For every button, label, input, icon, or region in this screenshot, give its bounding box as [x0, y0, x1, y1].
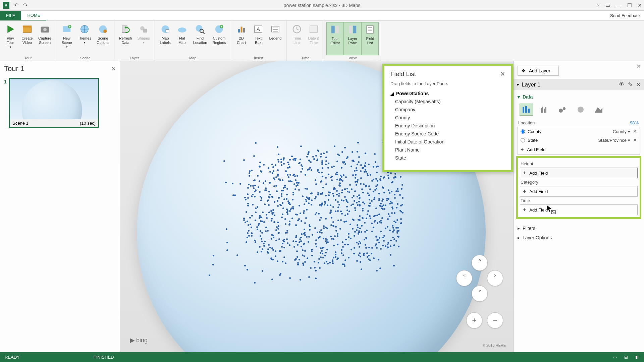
height-dropzone[interactable]: +Add Field — [520, 168, 638, 178]
close-tour-pane[interactable]: ✕ — [111, 66, 116, 72]
remove-field-icon[interactable]: ✕ — [633, 137, 637, 143]
field-list-item[interactable]: Capacity (Megawatts) — [395, 98, 505, 106]
pan-left-button[interactable]: ˂ — [456, 270, 472, 286]
status-bar: READY FINISHED ▭ ⊞ ◧ — [0, 352, 644, 362]
field-list-item[interactable]: Company — [395, 106, 505, 114]
rename-icon[interactable]: ✎ — [628, 81, 633, 88]
field-list-panel[interactable]: Field List ✕ Drag fields to the Layer Pa… — [382, 64, 513, 172]
close-window-icon[interactable]: ✕ — [638, 2, 642, 8]
restore-icon[interactable]: ❐ — [627, 2, 632, 8]
visibility-icon[interactable]: 👁 — [619, 81, 625, 88]
zoom-out-button[interactable]: − — [487, 312, 503, 328]
data-section-header[interactable]: ▾Data — [518, 92, 640, 102]
flat-map-button[interactable]: Flat Map — [174, 22, 191, 55]
zoom-in-button[interactable]: + — [466, 312, 482, 328]
svg-rect-37 — [331, 26, 335, 34]
pan-up-button[interactable]: ˄ — [472, 255, 488, 271]
film-icon — [21, 23, 33, 35]
tour-editor-button[interactable]: Tour Editor — [326, 22, 344, 55]
ribbon-options-icon[interactable]: ▭ — [605, 2, 610, 8]
pan-down-button[interactable]: ˅ — [472, 286, 488, 302]
capture-screen-button[interactable]: Capture Screen — [36, 22, 54, 55]
category-dropzone[interactable]: +Add Field — [520, 186, 638, 197]
chevron-down-icon: ◢ — [390, 91, 394, 96]
legend-icon — [270, 23, 281, 35]
ribbon-group-layer: Layer — [116, 55, 153, 60]
ribbon-group-map: Map — [157, 55, 229, 60]
pan-right-button[interactable]: ˃ — [487, 270, 503, 286]
legend-button[interactable]: Legend — [267, 22, 284, 55]
statusbar-view1-icon[interactable]: ▭ — [613, 355, 617, 360]
themes-button[interactable]: Themes▾ — [75, 22, 94, 55]
svg-rect-41 — [367, 26, 373, 34]
redo-button[interactable]: ↷ — [23, 2, 28, 8]
layer-header[interactable]: ▾ Layer 1 👁 ✎ ✕ — [514, 79, 644, 90]
minimize-icon[interactable]: — — [616, 2, 621, 8]
find-location-button[interactable]: Find Location — [191, 22, 210, 55]
field-list-item[interactable]: Plant Name — [395, 146, 505, 154]
statusbar-view3-icon[interactable]: ◧ — [635, 355, 639, 360]
viz-stacked-column-button[interactable] — [520, 104, 533, 116]
add-layer-icon: ❖ — [521, 68, 526, 73]
location-add-field[interactable]: +Add Field — [518, 144, 640, 155]
filters-section[interactable]: ▸Filters — [518, 224, 640, 233]
ribbon-tabs: FILE HOME Send Feedback — [0, 11, 644, 21]
svg-rect-26 — [243, 28, 245, 33]
add-layer-button[interactable]: ❖ Add Layer — [518, 66, 559, 76]
viz-heatmap-button[interactable] — [574, 104, 587, 116]
field-list-item[interactable]: Initial Date of Operation — [395, 138, 505, 146]
field-list-item[interactable]: Energy Description — [395, 122, 505, 130]
statusbar-view2-icon[interactable]: ⊞ — [624, 355, 628, 360]
remove-field-icon[interactable]: ✕ — [633, 129, 637, 134]
tab-home[interactable]: HOME — [21, 11, 46, 20]
chevron-down-icon: ▾ — [517, 82, 519, 87]
svg-point-53 — [563, 107, 566, 110]
svg-rect-11 — [122, 26, 127, 33]
field-list-item[interactable]: County — [395, 114, 505, 122]
svg-point-4 — [43, 28, 47, 31]
field-list-button[interactable]: Field List — [361, 22, 379, 55]
location-row-state[interactable]: State State/Province ▾ ✕ — [518, 136, 640, 144]
new-scene-button[interactable]: +New Scene▾ — [58, 22, 75, 55]
create-video-button[interactable]: Create Video — [19, 22, 36, 55]
location-match-pct[interactable]: 98% — [630, 120, 639, 125]
text-box-button[interactable]: AText Box — [250, 22, 267, 55]
custom-regions-button[interactable]: +Custom Regions — [210, 22, 228, 55]
delete-layer-icon[interactable]: ✕ — [636, 81, 641, 88]
time-dropzone[interactable]: +Add Field — [520, 204, 638, 215]
svg-point-10 — [103, 29, 107, 33]
field-list-item[interactable]: State — [395, 154, 505, 162]
field-list-item[interactable]: Energy Source Code — [395, 130, 505, 138]
drop-sections-highlight: Height +Add Field Category +Add Field Ti… — [516, 156, 641, 219]
undo-button[interactable]: ↶ — [14, 2, 18, 8]
viz-bubble-button[interactable] — [556, 104, 569, 116]
chevron-down-icon[interactable]: ▾ — [628, 138, 630, 143]
svg-point-18 — [196, 25, 203, 32]
timeline-button: Time Line — [288, 22, 305, 55]
layer-options-section[interactable]: ▸Layer Options — [518, 233, 640, 242]
refresh-data-button[interactable]: Refresh Data — [116, 22, 135, 55]
location-radio-county[interactable] — [521, 129, 525, 134]
field-list-table[interactable]: ◢PowerStations — [390, 91, 505, 96]
chevron-down-icon[interactable]: ▾ — [628, 129, 630, 134]
close-layer-pane[interactable]: ✕ — [636, 63, 641, 69]
svg-rect-40 — [353, 26, 357, 34]
field-list-title: Field List — [390, 70, 416, 78]
viz-region-button[interactable] — [592, 104, 605, 116]
tab-file[interactable]: FILE — [0, 11, 21, 20]
scene-thumbnail[interactable]: Scene 1 (10 sec) — [9, 78, 99, 128]
viz-clustered-column-button[interactable] — [538, 104, 551, 116]
plus-icon: + — [521, 146, 524, 153]
location-row-county[interactable]: County County ▾ ✕ — [518, 127, 640, 136]
close-field-list[interactable]: ✕ — [500, 70, 505, 78]
layer-pane-button[interactable]: Layer Pane — [344, 22, 361, 55]
scene-options-button[interactable]: Scene Options — [94, 22, 112, 55]
location-radio-state[interactable] — [521, 138, 525, 142]
send-feedback-link[interactable]: Send Feedback — [610, 11, 641, 20]
scene-name: Scene 1 — [12, 121, 29, 126]
map-labels-button[interactable]: Map Labels — [157, 22, 174, 55]
2d-chart-button[interactable]: 2D Chart — [233, 22, 250, 55]
play-tour-button[interactable]: Play Tour▾ — [2, 22, 19, 55]
help-icon[interactable]: ? — [597, 2, 599, 8]
status-finished: FINISHED — [94, 355, 114, 360]
